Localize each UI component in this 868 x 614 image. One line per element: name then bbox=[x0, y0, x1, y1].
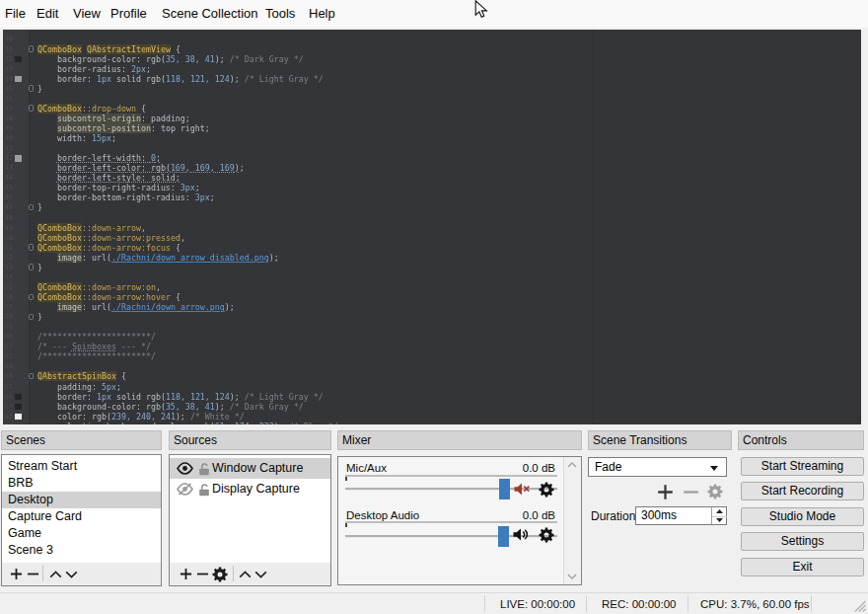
line-number: 42 bbox=[3, 153, 13, 163]
line-number: 51 bbox=[3, 243, 13, 253]
transition-select[interactable]: Fade bbox=[588, 457, 727, 477]
line-number: 57 bbox=[3, 302, 13, 312]
unlocked-lock-icon[interactable] bbox=[197, 483, 211, 497]
unlocked-lock-icon[interactable] bbox=[197, 462, 211, 476]
remove-scene-button[interactable] bbox=[26, 563, 39, 585]
remove-transition-button[interactable] bbox=[683, 484, 699, 500]
volume-slider-handle[interactable] bbox=[499, 479, 510, 499]
transition-properties-button[interactable] bbox=[707, 484, 723, 499]
move-scene-down-button[interactable] bbox=[64, 563, 78, 585]
menu-view[interactable]: View bbox=[73, 0, 101, 28]
resize-grip[interactable] bbox=[850, 596, 866, 612]
mixer-dock-header[interactable]: Mixer bbox=[337, 430, 582, 450]
code-text: QComboBox::down-arrow:focus { bbox=[37, 243, 181, 253]
line-number: 44 bbox=[3, 173, 13, 183]
line-number: 38 bbox=[3, 114, 13, 123]
line-number: 56 bbox=[3, 292, 13, 302]
code-text: /* --- Spinboxes --- */ bbox=[37, 342, 151, 351]
move-source-up-button[interactable] bbox=[238, 563, 252, 585]
source-label: Display Capture bbox=[212, 479, 300, 499]
code-text: } bbox=[37, 84, 42, 94]
mixer-gear-icon[interactable] bbox=[539, 482, 554, 498]
volume-meter-tick bbox=[345, 523, 347, 527]
start-streaming-button[interactable]: Start Streaming bbox=[741, 457, 864, 476]
add-scene-button[interactable] bbox=[9, 563, 23, 585]
code-text: selection-background-color: rgb(61, 174,… bbox=[37, 422, 338, 424]
studio-mode-button[interactable]: Studio Mode bbox=[741, 507, 864, 526]
menu-help[interactable]: Help bbox=[309, 0, 335, 28]
transitions-dock-header[interactable]: Scene Transitions bbox=[588, 430, 732, 450]
mixer-scrollbar[interactable] bbox=[563, 457, 581, 584]
move-source-down-button[interactable] bbox=[253, 563, 267, 585]
gutter-marker bbox=[15, 414, 22, 421]
scene-item[interactable]: Stream Start bbox=[2, 458, 161, 475]
status-live: LIVE: 00:00:00 bbox=[500, 596, 575, 612]
menu-edit[interactable]: Edit bbox=[36, 0, 58, 28]
status-bar: LIVE: 00:00:00REC: 00:00:00CPU: 3.7%, 60… bbox=[0, 592, 868, 614]
scenes-dock-header[interactable]: Scenes bbox=[1, 430, 162, 450]
move-scene-up-button[interactable] bbox=[48, 563, 62, 585]
spin-down-button[interactable] bbox=[712, 516, 727, 525]
mixer-channel-name: Mic/Aux bbox=[346, 462, 387, 474]
line-number: 66 bbox=[3, 392, 13, 402]
toolbar-separator bbox=[233, 566, 234, 581]
speaker-icon[interactable] bbox=[512, 527, 531, 542]
scene-item[interactable]: Game bbox=[2, 525, 161, 542]
code-text: border: 1px solid rgb(118, 121, 124); /*… bbox=[37, 74, 324, 84]
fold-marker bbox=[29, 373, 35, 380]
line-number: 54 bbox=[3, 272, 13, 282]
scenes-panel: Stream StartBRBDesktopCapture CardGameSc… bbox=[1, 454, 162, 586]
volume-meter bbox=[345, 521, 557, 523]
line-number: 53 bbox=[3, 263, 13, 272]
scene-item[interactable]: BRB bbox=[2, 475, 161, 492]
preview-area[interactable]: 3031QComboBox QAbstractItemView {32 back… bbox=[3, 30, 861, 424]
source-properties-button[interactable] bbox=[211, 563, 228, 585]
line-number: 33 bbox=[3, 64, 13, 74]
code-text: QComboBox::down-arrow:on, bbox=[37, 282, 161, 292]
line-number: 69 bbox=[3, 422, 13, 424]
code-text: subcontrol-position: top right; bbox=[37, 123, 210, 133]
start-recording-button[interactable]: Start Recording bbox=[741, 482, 864, 500]
line-number: 55 bbox=[3, 282, 13, 292]
settings-button[interactable]: Settings bbox=[741, 532, 864, 551]
source-item[interactable]: Display Capture bbox=[170, 479, 330, 499]
menu-file[interactable]: File bbox=[5, 0, 26, 28]
scroll-down-icon[interactable] bbox=[567, 574, 577, 579]
duration-spinbox[interactable]: 300ms bbox=[635, 506, 727, 525]
muted-speaker-icon[interactable] bbox=[513, 482, 532, 497]
exit-button[interactable]: Exit bbox=[741, 558, 864, 576]
add-transition-button[interactable] bbox=[657, 484, 674, 500]
line-number: 65 bbox=[3, 382, 13, 392]
source-item[interactable]: Window Capture bbox=[170, 458, 330, 479]
line-number: 62 bbox=[3, 351, 13, 361]
add-source-button[interactable] bbox=[179, 563, 192, 585]
line-number: 36 bbox=[3, 94, 13, 104]
scenes-toolbar bbox=[2, 563, 161, 585]
spin-up-button[interactable] bbox=[712, 507, 727, 516]
menu-tools[interactable]: Tools bbox=[265, 0, 295, 28]
code-text: border-top-right-radius: 3px; bbox=[37, 183, 200, 192]
visible-eye-icon[interactable] bbox=[177, 462, 193, 475]
gutter-marker bbox=[15, 394, 22, 401]
scroll-up-icon[interactable] bbox=[567, 462, 577, 468]
sources-panel: Window CaptureDisplay Capture bbox=[169, 454, 331, 586]
remove-source-button[interactable] bbox=[195, 563, 209, 585]
scene-item[interactable]: Scene 3 bbox=[2, 542, 161, 559]
sources-dock-header[interactable]: Sources bbox=[169, 430, 331, 450]
mixer-panel: Mic/Aux0.0 dBDesktop Audio0.0 dB bbox=[337, 456, 582, 585]
volume-meter-tick bbox=[345, 477, 347, 481]
controls-dock-header[interactable]: Controls bbox=[738, 430, 864, 450]
code-text: /**********************/ bbox=[37, 332, 156, 342]
scene-item[interactable]: Capture Card bbox=[2, 508, 161, 525]
menu-profile[interactable]: Profile bbox=[110, 0, 147, 28]
line-number: 32 bbox=[3, 54, 13, 64]
mixer-gear-icon[interactable] bbox=[539, 527, 554, 543]
code-text: } bbox=[37, 263, 42, 272]
menu-scene-collection[interactable]: Scene Collection bbox=[162, 0, 258, 28]
code-text: image: url(./Rachni/down_arrow.png); bbox=[37, 302, 235, 312]
fold-marker bbox=[29, 314, 35, 321]
line-number: 46 bbox=[3, 192, 13, 202]
hidden-eye-icon[interactable] bbox=[177, 483, 193, 496]
volume-slider-handle[interactable] bbox=[498, 526, 509, 547]
scene-item[interactable]: Desktop bbox=[2, 492, 161, 508]
